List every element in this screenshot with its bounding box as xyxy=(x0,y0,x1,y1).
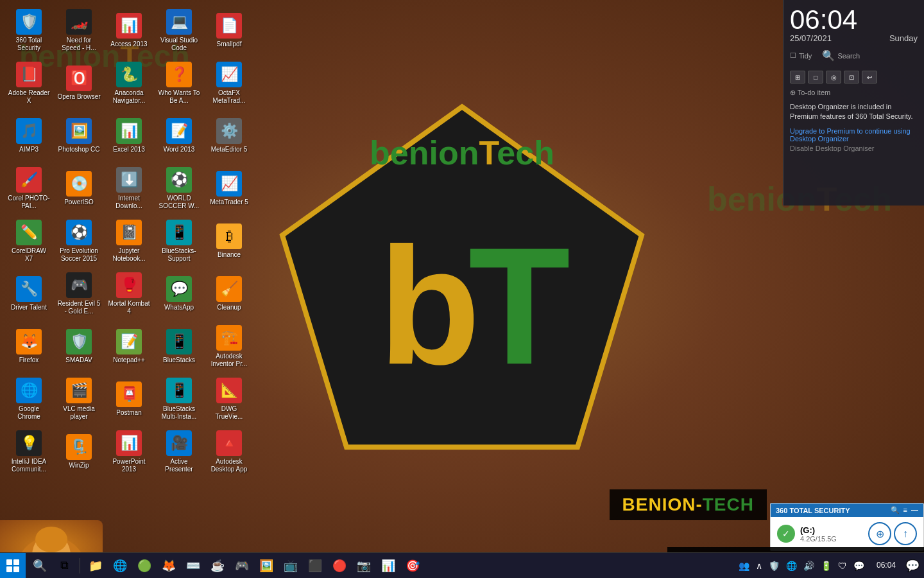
security-close-icon[interactable]: — xyxy=(911,506,918,514)
desktop-icon-need-for-speed[interactable]: 🏎️Need for Speed - H... xyxy=(56,6,102,55)
desktop-icon-binance[interactable]: ₿Binance xyxy=(206,216,252,265)
desktop-icon-whatsapp[interactable]: 💬WhatsApp xyxy=(156,269,202,318)
tray-volume[interactable]: 🔊 xyxy=(801,559,816,572)
panel-btn-4[interactable]: ⊡ xyxy=(844,71,859,83)
desktop-icon-metaeditor5[interactable]: ⚙️MetaEditor 5 xyxy=(206,111,252,160)
desktop-icon-coreldraw[interactable]: ✏️CorelDRAW X7 xyxy=(6,216,52,265)
tray-defender[interactable]: 🛡️ xyxy=(767,559,782,572)
security-action-2[interactable]: ↑ xyxy=(894,522,917,545)
desktop-icon-bluestacks-support[interactable]: 📱BlueStacks-Support xyxy=(156,216,202,265)
taskbar-photoshop[interactable]: 🖼️ xyxy=(255,554,278,577)
desktop-icon-360-total-security[interactable]: 🛡️360 Total Security xyxy=(6,6,52,55)
icon-grid: 🛡️360 Total Security🏎️Need for Speed - H… xyxy=(3,3,253,481)
banner-text-1: BENION-TECH xyxy=(622,495,754,515)
desktop-icon-autodesk-inventor[interactable]: 🏗️Autodesk Inventor Pr... xyxy=(206,322,252,371)
start-button[interactable] xyxy=(0,553,26,579)
desktop-icon-anaconda[interactable]: 🐍Anaconda Navigator... xyxy=(106,58,152,107)
access-2013-icon: 📊 xyxy=(116,13,142,39)
desktop-icon-postman[interactable]: 📮Postman xyxy=(106,374,152,423)
security-menu-icon[interactable]: ≡ xyxy=(903,506,907,514)
desktop-icon-smallpdf[interactable]: 📄Smallpdf xyxy=(206,6,252,55)
panel-disable-link[interactable]: Disable Desktop Organiser xyxy=(790,144,918,152)
desktop-icon-who-wants[interactable]: ❓Who Wants To Be A... xyxy=(156,58,202,107)
panel-todo[interactable]: ⊕ To-do item xyxy=(790,89,918,97)
desktop-icon-access-2013[interactable]: 📊Access 2013 xyxy=(106,6,152,55)
security-status-icon: ✓ xyxy=(777,525,795,543)
panel-upgrade-link[interactable]: Upgrade to Premium to continue using Des… xyxy=(790,127,918,143)
taskbar-task-view[interactable]: ⧉ xyxy=(53,554,76,577)
desktop-icon-powerpoint[interactable]: 📊PowerPoint 2013 xyxy=(106,427,152,476)
tray-360[interactable]: 🛡 xyxy=(836,559,849,572)
tray-battery[interactable]: 🔋 xyxy=(819,559,834,572)
taskbar-edge[interactable]: 🌐 xyxy=(108,554,132,577)
desktop-icon-internet-download[interactable]: ⬇️Internet Downlo... xyxy=(106,164,152,213)
desktop-icon-bluestacks-multi[interactable]: 📱BlueStacks Multi-Insta... xyxy=(156,374,202,423)
taskbar-recording[interactable]: 🔴 xyxy=(328,554,351,577)
taskbar-extra2[interactable]: 🎯 xyxy=(401,554,424,577)
taskbar-file-explorer[interactable]: 📁 xyxy=(84,554,107,577)
desktop-icon-word-2013[interactable]: 📝Word 2013 xyxy=(156,111,202,160)
panel-btn-2[interactable]: □ xyxy=(808,71,823,83)
taskbar-camera[interactable]: 📷 xyxy=(352,554,375,577)
desktop-icon-bluestacks[interactable]: 📱BlueStacks xyxy=(156,322,202,371)
taskbar-java[interactable]: ☕ xyxy=(206,554,229,577)
desktop-icon-vlc[interactable]: 🎬VLC media player xyxy=(56,374,102,423)
security-info: ✓ (G:) 4.2G/15.5G xyxy=(777,525,837,543)
taskbar-terminal[interactable]: ⬛ xyxy=(304,554,327,577)
desktop-icon-autodesk-desktop[interactable]: 🔺Autodesk Desktop App xyxy=(206,427,252,476)
taskbar-firefox[interactable]: 🦊 xyxy=(157,554,180,577)
desktop-icon-opera-browser[interactable]: 🅾️Opera Browser xyxy=(56,58,102,107)
desktop-icon-excel-2013[interactable]: 📊Excel 2013 xyxy=(106,111,152,160)
desktop-icon-driver-talent[interactable]: 🔧Driver Talent xyxy=(6,269,52,318)
desktop-icon-poweriso[interactable]: 💿PowerISO xyxy=(56,164,102,213)
vlc-icon: 🎬 xyxy=(66,378,92,403)
security-search-icon[interactable]: 🔍 xyxy=(891,506,900,514)
desktop-icon-world-soccer[interactable]: ⚽WORLD SOCCER W... xyxy=(156,164,202,213)
taskbar-media[interactable]: 📺 xyxy=(279,554,302,577)
desktop-icon-jupyter[interactable]: 📓Jupyter Notebook... xyxy=(106,216,152,265)
desktop-icon-active-presenter[interactable]: 🎥Active Presenter xyxy=(156,427,202,476)
desktop-icon-photoshop[interactable]: 🖼️Photoshop CC xyxy=(56,111,102,160)
desktop-icon-pro-evo-soccer[interactable]: ⚽Pro Evolution Soccer 2015 xyxy=(56,216,102,265)
desktop-icon-notepadpp[interactable]: 📝Notepad++ xyxy=(106,322,152,371)
panel-btn-5[interactable]: ↩ xyxy=(862,71,877,83)
desktop-icon-mortal-kombat[interactable]: 🥊Mortal Kombat 4 xyxy=(106,269,152,318)
desktop-icon-firefox[interactable]: 🦊Firefox xyxy=(6,322,52,371)
desktop-icon-smadav[interactable]: 🛡️SMADAV xyxy=(56,322,102,371)
dwg-trueview-label: DWG TrueVie... xyxy=(207,405,251,421)
desktop-icon-visual-studio-code[interactable]: 💻Visual Studio Code xyxy=(156,6,202,55)
taskbar-chrome[interactable]: 🟢 xyxy=(133,554,156,577)
panel-btn-3[interactable]: ◎ xyxy=(826,71,841,83)
adobe-reader-label: Adobe Reader X xyxy=(7,89,51,105)
world-soccer-label: WORLD SOCCER W... xyxy=(157,195,201,210)
desktop-icon-metatrader5[interactable]: 📈MetaTrader 5 xyxy=(206,164,252,213)
desktop-icon-resident-evil[interactable]: 🎮Resident Evil 5 - Gold E... xyxy=(56,269,102,318)
desktop-icon-corel-photo[interactable]: 🖌️Corel PHOTO-PAI... xyxy=(6,164,52,213)
security-action-1[interactable]: ⊕ xyxy=(868,522,891,545)
desktop-icon-dwg-trueview[interactable]: 📐DWG TrueVie... xyxy=(206,374,252,423)
panel-btn-1[interactable]: ⊞ xyxy=(790,71,805,83)
smadav-icon: 🛡️ xyxy=(66,329,92,355)
desktop-icon-adobe-reader[interactable]: 📕Adobe Reader X xyxy=(6,58,52,107)
taskbar-extra1[interactable]: 📊 xyxy=(377,554,400,577)
tray-msg[interactable]: 💬 xyxy=(851,559,866,572)
banner-yellow-1: BENION xyxy=(622,495,696,514)
coreldraw-label: CorelDRAW X7 xyxy=(7,247,51,263)
desktop-icon-google-chrome[interactable]: 🌐Google Chrome xyxy=(6,374,52,423)
desktop-icon-intellij[interactable]: 💡IntelliJ IDEA Communit... xyxy=(6,427,52,476)
tray-network[interactable]: 👥 xyxy=(737,559,751,572)
visual-studio-code-label: Visual Studio Code xyxy=(157,37,201,52)
desktop-icon-winzip[interactable]: 🗜️WinZip xyxy=(56,427,102,476)
panel-date: 25/07/2021 Sunday xyxy=(790,33,918,43)
taskbar-vs-code[interactable]: ⌨️ xyxy=(182,554,205,577)
desktop-icon-octafx[interactable]: 📈OctaFX MetaTrad... xyxy=(206,58,252,107)
taskbar-time[interactable]: 06:04 xyxy=(871,561,901,571)
desktop-icon-cleanup[interactable]: 🧹Cleanup xyxy=(206,269,252,318)
desktop-icon-aimp3[interactable]: 🎵AIMP3 xyxy=(6,111,52,160)
tray-network-2[interactable]: 🌐 xyxy=(784,559,799,572)
security-body: ✓ (G:) 4.2G/15.5G ⊕ ↑ xyxy=(771,517,923,550)
taskbar-search[interactable]: 🔍 xyxy=(28,554,51,577)
tray-chevron[interactable]: ∧ xyxy=(754,559,764,572)
taskbar-game[interactable]: 🎮 xyxy=(230,554,253,577)
taskbar-notification[interactable]: 💬 xyxy=(901,554,924,577)
